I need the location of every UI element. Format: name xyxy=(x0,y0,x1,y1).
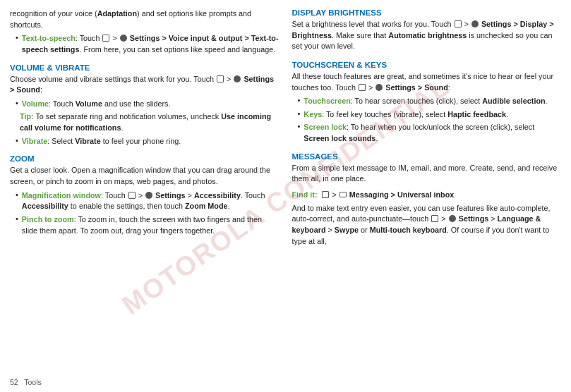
settings-icon-v xyxy=(234,75,241,82)
screenlock-bullet: • Screen lock: To hear when you lock/unl… xyxy=(292,122,562,144)
mag-text: Magnification window: Touch > Settings >… xyxy=(22,190,280,212)
settings-icon-mag xyxy=(145,192,152,199)
page-container: recognition of your voice (Adaptation) a… xyxy=(0,0,571,392)
menu-icon-m2 xyxy=(431,215,438,222)
messages-body2: And to make text entry even easier, you … xyxy=(292,203,562,247)
menu-icon-fi xyxy=(322,191,329,198)
bullet-dot-keys: • xyxy=(298,109,301,121)
zoom-heading: ZOOM xyxy=(10,154,280,163)
volume-body: Choose volume and vibrate settings that … xyxy=(10,74,280,96)
find-it-label: Find it: xyxy=(292,190,318,199)
volume-term: Volume xyxy=(22,99,49,108)
settings-icon-m2 xyxy=(449,215,456,222)
settings-icon xyxy=(120,35,127,42)
bullet-dot: • xyxy=(16,33,18,55)
tip-text: Tip: To set separate ring and notificati… xyxy=(20,112,271,132)
bullet-dot-v: • xyxy=(16,99,18,110)
keys-text: Keys: To feel key touches (vibrate), sel… xyxy=(303,109,508,121)
find-it-block: Find it: > Messaging > Universal inbox xyxy=(292,190,562,201)
bullet-dot-pinch: • xyxy=(16,214,18,236)
bullet-dot-vib: • xyxy=(16,136,18,147)
vibrate-text: Vibrate: Select Vibrate to feel your pho… xyxy=(22,136,181,147)
keys-term: Keys xyxy=(303,110,322,118)
messages-body: From a simple text message to IM, email,… xyxy=(292,163,562,185)
touchscreen-text: Touchscreen: To hear screen touches (cli… xyxy=(303,96,547,107)
pinch-text: Pinch to zoom: To zoom in, touch the scr… xyxy=(22,214,280,236)
column-left: recognition of your voice (Adaptation) a… xyxy=(10,8,280,384)
touchscreen-term: Touchscreen xyxy=(303,97,350,105)
intro-text: recognition of your voice (Adaptation) a… xyxy=(10,8,280,30)
find-it-content: Find it: > Messaging > Universal inbox xyxy=(292,190,455,199)
menu-icon-v xyxy=(217,75,224,82)
keys-bullet: • Keys: To feel key touches (vibrate), s… xyxy=(292,109,562,121)
volume-text: Volume: Touch Volume and use the sliders… xyxy=(22,99,171,110)
bullet-dot-sl: • xyxy=(298,122,301,144)
vibrate-bullet: • Vibrate: Select Vibrate to feel your p… xyxy=(10,136,280,147)
menu-icon xyxy=(102,35,109,42)
bullet-dot-mag: • xyxy=(16,190,18,212)
screenlock-text: Screen lock: To hear when you lock/unloc… xyxy=(303,122,561,144)
touch-heading: TOUCHSCREEN & KEYS xyxy=(292,61,562,69)
tts-term: Text-to-speech xyxy=(22,34,76,42)
adaptation-bold: Adaptation xyxy=(97,9,137,18)
menu-icon-t xyxy=(359,84,366,91)
messages-heading: MESSAGES xyxy=(292,152,562,161)
menu-icon-d xyxy=(455,20,462,27)
tip-block: Tip: To set separate ring and notificati… xyxy=(10,111,280,133)
display-body: Set a brightness level that works for yo… xyxy=(292,19,562,52)
mag-term: Magnification window xyxy=(22,191,101,200)
vibrate-term: Vibrate xyxy=(22,137,47,145)
volume-bullet: • Volume: Touch Volume and use the slide… xyxy=(10,99,280,110)
bullet-dot-ts: • xyxy=(298,96,301,107)
settings-icon-t xyxy=(375,84,383,91)
touchscreen-bullet: • Touchscreen: To hear screen touches (c… xyxy=(292,96,562,107)
zoom-body: Get a closer look. Open a magnification … xyxy=(10,165,280,187)
touch-body: All these touch features are great, and … xyxy=(292,71,562,93)
display-heading: DISPLAY BRIGHTNESS xyxy=(292,8,562,17)
settings-icon-d xyxy=(471,20,479,27)
msg-icon xyxy=(339,192,347,197)
tip-label: Tip: xyxy=(20,112,34,121)
screenlock-term: Screen lock xyxy=(303,123,347,131)
volume-heading: VOLUME & VIBRATE xyxy=(10,63,280,72)
tts-text: Text-to-speech: Touch > Settings > Voice… xyxy=(22,33,280,55)
pinch-bullet: • Pinch to zoom: To zoom in, touch the s… xyxy=(10,214,280,236)
magnification-bullet: • Magnification window: Touch > Settings… xyxy=(10,190,280,212)
pinch-term: Pinch to zoom xyxy=(22,215,74,223)
page-number: 52 Tools xyxy=(10,378,42,386)
menu-icon-mag xyxy=(128,192,136,199)
text-to-speech-bullet: • Text-to-speech: Touch > Settings > Voi… xyxy=(10,33,280,55)
column-right: DISPLAY BRIGHTNESS Set a brightness leve… xyxy=(292,8,562,384)
